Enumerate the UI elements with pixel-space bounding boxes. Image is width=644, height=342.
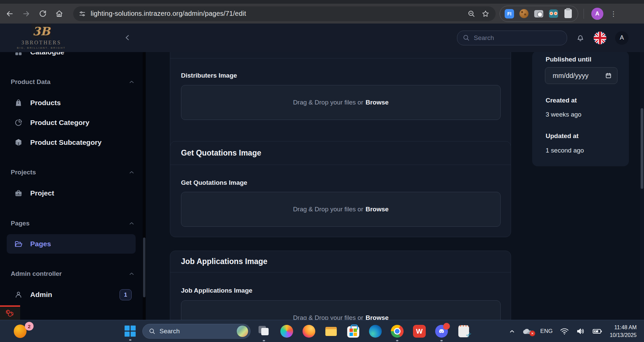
page-scrollbar-thumb[interactable] [641, 108, 643, 189]
file-dropzone[interactable]: Drag & Drop your files or Browse [181, 300, 501, 320]
tray-chevron-up-icon[interactable] [509, 328, 515, 335]
sidebar-scrollbar-thumb[interactable] [143, 238, 145, 297]
brand-tagline: BIG, BRILLIANT, BRIGHT [17, 46, 65, 49]
user-avatar[interactable]: A [615, 31, 629, 45]
chrome-icon [391, 325, 404, 338]
dropzone-text: Drag & Drop your files or [293, 206, 363, 213]
onedrive-error-icon[interactable] [523, 328, 533, 335]
bing-daily-image[interactable] [236, 325, 248, 337]
chrome-button[interactable] [391, 325, 404, 338]
windows-logo-icon [125, 326, 136, 337]
bookmark-star-icon[interactable] [481, 10, 490, 18]
sidebar-item-products[interactable]: Products [0, 95, 143, 111]
url-text[interactable]: lighting-solutions.intrazero.org/admin/p… [91, 10, 467, 17]
laravel-debugbar[interactable] [0, 305, 20, 320]
sidebar-item-label: Product Subcategory [30, 138, 101, 146]
created-at-value: 3 weeks ago [546, 111, 582, 118]
laravel-icon [5, 308, 15, 318]
chevron-up-icon [128, 79, 135, 85]
edge-button[interactable] [369, 325, 382, 338]
search-icon [463, 34, 470, 41]
card-header [170, 52, 511, 58]
main-content: Distributers Image Drag & Drop your file… [146, 52, 640, 320]
file-dropzone[interactable]: Drag & Drop your files or Browse [181, 192, 501, 227]
browse-button[interactable]: Browse [366, 99, 389, 106]
sidebar-item-label: Admin [30, 291, 52, 299]
volume-icon[interactable] [576, 328, 585, 335]
taskbar-search[interactable]: Search [142, 324, 250, 339]
back-icon[interactable] [3, 7, 16, 20]
section-label: Product Data [11, 78, 50, 86]
sidebar-item-product-subcategory[interactable]: Product Subcategory [0, 134, 143, 151]
firefox-icon [303, 325, 315, 338]
sidebar-collapse-icon[interactable] [124, 34, 132, 42]
extensions-bar: FI [500, 6, 578, 22]
date-value: mm/dd/yyyy [553, 72, 589, 80]
updated-at-label: Updated at [546, 132, 579, 140]
card-job-applications: Job Applications Image Job Applications … [170, 251, 511, 320]
card-title: Job Applications Image [170, 251, 511, 272]
language-flag-uk[interactable] [594, 32, 606, 44]
card-get-quotations: Get Quotations Image Get Quotations Imag… [170, 141, 511, 237]
fake-filler-icon[interactable]: FI [505, 9, 514, 18]
tray-date: 10/13/2025 [610, 331, 637, 339]
browser-profile-avatar[interactable]: A [591, 8, 603, 20]
sidebar-scrollbar [143, 52, 146, 320]
copilot-icon [280, 325, 293, 338]
sidebar-item-project[interactable]: Project [0, 185, 143, 201]
browse-button[interactable]: Browse [366, 206, 389, 213]
sidebar-item-pages[interactable]: Pages [7, 234, 136, 254]
copilot-button[interactable] [280, 325, 293, 338]
home-icon[interactable] [52, 7, 66, 20]
pie-chart-icon [14, 118, 23, 127]
published-until-date-input[interactable]: mm/dd/yyyy [545, 67, 617, 84]
reload-icon[interactable] [36, 7, 49, 20]
browser-menu-icon[interactable]: ⋮ [609, 10, 617, 18]
cookie-editor-icon[interactable] [519, 9, 529, 19]
sidebar-item-product-category[interactable]: Product Category [0, 115, 143, 131]
tray-language[interactable]: ENG [540, 328, 553, 335]
browse-button[interactable]: Browse [366, 314, 389, 320]
browser-toolbar: lighting-solutions.intrazero.org/admin/p… [0, 0, 644, 24]
microsoft-store-button[interactable] [347, 326, 359, 337]
calendar-icon[interactable] [605, 72, 612, 79]
robot-icon[interactable] [548, 9, 558, 19]
published-until-label: Published until [546, 56, 591, 63]
wifi-icon[interactable] [560, 328, 569, 335]
zoom-out-icon[interactable] [467, 10, 475, 18]
file-dropzone[interactable]: Drag & Drop your files or Browse [181, 85, 501, 120]
snipping-tool-button[interactable] [458, 325, 469, 337]
sidebar-item-label: Catalogue [30, 52, 64, 56]
site-info-icon[interactable] [79, 10, 86, 17]
sidebar-item-label: Project [30, 189, 54, 197]
task-view-button[interactable] [258, 325, 270, 338]
wps-office-button[interactable]: W [413, 325, 426, 338]
chevron-up-icon [128, 169, 135, 176]
tray-clock[interactable]: 11:48 AM 10/13/2025 [610, 324, 637, 339]
discord-button[interactable] [435, 325, 448, 338]
file-explorer-button[interactable] [325, 325, 337, 338]
battery-icon[interactable] [592, 328, 602, 335]
admin-count-badge: 1 [120, 289, 132, 300]
sidebar-section-product-data[interactable]: Product Data [11, 78, 135, 86]
task-view-icon [258, 325, 270, 338]
camera-icon[interactable] [534, 9, 544, 19]
firefox-button[interactable] [303, 325, 315, 338]
notification-count-badge: 2 [25, 322, 34, 331]
start-button[interactable] [125, 326, 136, 337]
dropzone-text: Drag & Drop your files or [293, 314, 363, 320]
sidebar-section-admin-controller[interactable]: Admin controller [11, 270, 135, 277]
sidebar-section-projects[interactable]: Projects [11, 169, 135, 176]
admin-search[interactable] [457, 31, 567, 45]
discord-icon [435, 325, 448, 338]
brand-name: 3BROTHERS [21, 40, 61, 46]
sidebar-section-pages[interactable]: Pages [11, 220, 135, 227]
forward-icon[interactable] [19, 7, 33, 20]
sidebar-item-admin[interactable]: Admin 1 [0, 287, 143, 303]
sidebar-item-catalogue[interactable]: Catalogue [0, 52, 143, 60]
page-scrollbar [640, 24, 644, 320]
address-bar[interactable]: lighting-solutions.intrazero.org/admin/p… [73, 6, 496, 21]
clipboard-icon[interactable] [563, 9, 573, 19]
admin-search-input[interactable] [474, 34, 561, 42]
notifications-bell-icon[interactable] [576, 33, 585, 42]
